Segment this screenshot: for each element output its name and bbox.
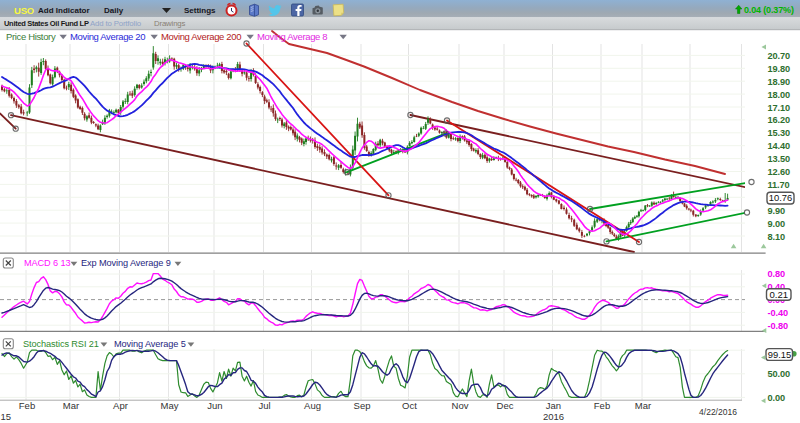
svg-text:12.60: 12.60	[768, 167, 791, 177]
svg-text:19.80: 19.80	[768, 64, 791, 74]
svg-text:Jul: Jul	[258, 400, 270, 411]
svg-text:Oct: Oct	[402, 400, 417, 411]
svg-text:Mar: Mar	[63, 400, 79, 411]
svg-text:Stochastics RSI 21: Stochastics RSI 21	[23, 339, 99, 349]
svg-text:0.04 (0.37%): 0.04 (0.37%)	[744, 5, 794, 15]
svg-text:Sep: Sep	[354, 400, 371, 411]
svg-text:15.30: 15.30	[768, 128, 791, 138]
svg-text:Aug: Aug	[304, 400, 321, 411]
svg-text:Add Indicator: Add Indicator	[38, 6, 90, 15]
svg-text:14.40: 14.40	[768, 141, 791, 151]
svg-text:Moving Average 200: Moving Average 200	[161, 31, 241, 42]
svg-text:8.10: 8.10	[768, 232, 785, 242]
svg-text:USO: USO	[14, 5, 34, 16]
svg-text:0.00: 0.00	[768, 393, 785, 403]
svg-text:MACD 6 13: MACD 6 13	[24, 258, 71, 268]
svg-text:Feb: Feb	[594, 400, 610, 411]
svg-text:0.21: 0.21	[770, 289, 789, 300]
svg-text:May: May	[161, 400, 179, 411]
svg-text:Apr: Apr	[113, 400, 128, 411]
svg-text:Feb: Feb	[19, 400, 35, 411]
svg-text:11.70: 11.70	[768, 180, 790, 190]
svg-text:Drawings: Drawings	[154, 19, 186, 28]
svg-text:Add to Portfolio: Add to Portfolio	[90, 19, 142, 28]
svg-text:18.90: 18.90	[768, 77, 791, 87]
svg-text:United States Oil Fund LP: United States Oil Fund LP	[4, 19, 89, 28]
svg-text:10.76: 10.76	[769, 192, 792, 203]
svg-text:Nov: Nov	[452, 400, 469, 411]
svg-text:4/22/2016: 4/22/2016	[699, 407, 737, 417]
svg-text:Daily: Daily	[104, 6, 124, 15]
svg-text:16.20: 16.20	[768, 115, 791, 125]
svg-text:Exp Moving Average 9: Exp Moving Average 9	[81, 258, 171, 268]
svg-text:Settings: Settings	[184, 6, 216, 15]
svg-text:Moving Average 20: Moving Average 20	[70, 31, 145, 42]
svg-text:99.15: 99.15	[768, 349, 791, 360]
svg-text:Dec: Dec	[497, 400, 514, 411]
svg-text:Mar: Mar	[635, 400, 651, 411]
svg-text:9.90: 9.90	[768, 206, 785, 216]
svg-text:18.00: 18.00	[768, 90, 791, 100]
svg-text:15: 15	[1, 411, 12, 422]
svg-text:Moving Average 8: Moving Average 8	[257, 31, 327, 42]
svg-text:Price History: Price History	[6, 31, 56, 42]
svg-text:2016: 2016	[543, 411, 564, 422]
svg-text:13.50: 13.50	[768, 154, 791, 164]
svg-text:20.70: 20.70	[768, 51, 791, 61]
svg-text:17.10: 17.10	[768, 103, 791, 113]
svg-text:-0.80: -0.80	[768, 321, 788, 331]
svg-text:50.00: 50.00	[768, 369, 791, 379]
svg-text:-0.40: -0.40	[768, 308, 788, 318]
svg-text:Moving Average 5: Moving Average 5	[114, 339, 186, 349]
svg-text:Jan: Jan	[546, 400, 561, 411]
svg-text:Jun: Jun	[207, 400, 222, 411]
svg-text:0.80: 0.80	[768, 269, 785, 279]
svg-text:9.00: 9.00	[768, 219, 785, 229]
